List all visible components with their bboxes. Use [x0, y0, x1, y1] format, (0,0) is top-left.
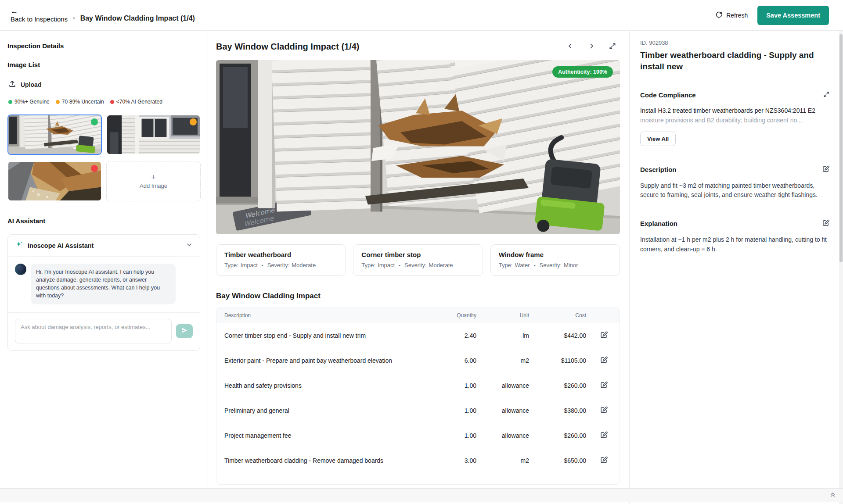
- status-dot-icon: [110, 100, 114, 104]
- damaged-cladding-photo: Welcome Welcome: [216, 60, 620, 234]
- thumbnail-image-1: [8, 115, 101, 154]
- edit-row-button[interactable]: [597, 405, 611, 416]
- row-description: Corner timber stop end - Supply and inst…: [216, 332, 430, 339]
- thumbnail-image-2: [107, 115, 200, 154]
- refresh-label: Refresh: [726, 12, 748, 19]
- edit-icon: [822, 219, 830, 228]
- row-unit: allowance: [478, 407, 531, 414]
- back-label: Back to Inspections: [11, 15, 68, 23]
- code-compliance-heading: Code Compliance: [640, 91, 696, 99]
- edit-description-button[interactable]: [821, 164, 831, 175]
- severity-value: Moderate: [292, 262, 316, 268]
- fullscreen-button[interactable]: [608, 41, 617, 52]
- edit-icon: [598, 356, 610, 365]
- send-button[interactable]: [176, 324, 193, 338]
- thumbnail-house-windows[interactable]: [106, 114, 201, 155]
- top-bar: ← Back to Inspections • Bay Window Cladd…: [0, 0, 843, 31]
- edit-icon: [822, 165, 830, 174]
- meta-dot: •: [534, 263, 536, 268]
- scrollbar-thumb[interactable]: [839, 34, 843, 262]
- damage-card[interactable]: Timber weatherboard Type: Impact • Sever…: [216, 244, 346, 276]
- assistant-welcome-message: Hi, I'm your Inoscope AI assistant. I ca…: [31, 264, 176, 304]
- page-title: Bay Window Cladding Impact (1/4): [80, 14, 195, 22]
- row-quantity: 6.00: [430, 357, 478, 364]
- type-value: Impact: [241, 262, 258, 268]
- damage-card[interactable]: Corner timber stop Type: Impact • Severi…: [353, 244, 483, 276]
- description-text: Supply and fit ~3 m2 of matching painted…: [640, 181, 831, 200]
- thumbnail-timber-interior[interactable]: [7, 161, 102, 201]
- row-quantity: 2.40: [430, 332, 478, 339]
- edit-row-button[interactable]: [597, 430, 611, 441]
- app-window: ← Back to Inspections • Bay Window Cladd…: [0, 0, 843, 504]
- edit-row-button[interactable]: [597, 330, 611, 341]
- edit-row-button[interactable]: [597, 355, 611, 366]
- edit-row-button[interactable]: [597, 455, 611, 466]
- collapse-panel-button[interactable]: [829, 490, 837, 500]
- save-assessment-button[interactable]: Save Assessment: [757, 6, 829, 25]
- severity-label: Severity:: [540, 262, 562, 268]
- row-unit: allowance: [478, 432, 531, 439]
- expand-icon: [609, 42, 616, 51]
- severity-value: Minor: [564, 262, 578, 268]
- record-title: Timber weatherboard cladding - Supply an…: [640, 50, 831, 72]
- table-body: Corner timber stop end - Supply and inst…: [216, 323, 620, 473]
- row-unit: allowance: [478, 382, 531, 389]
- legend-label: 70-89% Uncertain: [62, 99, 104, 105]
- row-cost: $650.00: [531, 457, 588, 464]
- table-row: Health and safety provisions 1.00 allowa…: [216, 373, 620, 398]
- code-compliance-text: Install H3.2 treated timber weatherboard…: [640, 106, 831, 125]
- row-quantity: 1.00: [430, 432, 478, 439]
- authenticity-badge: Authenticity: 100%: [552, 66, 613, 78]
- thumbnail-weatherboard-damage[interactable]: [7, 114, 102, 155]
- inspection-sidebar: Inspection Details Image List Upload 90%…: [0, 31, 208, 504]
- divider: [640, 209, 831, 209]
- code-compliance-expand-button[interactable]: [822, 90, 831, 100]
- damage-card[interactable]: Window frame Type: Water • Severity: Min…: [490, 244, 620, 276]
- ai-assistant-header[interactable]: Inoscope AI Assistant: [8, 235, 200, 257]
- send-icon: [181, 327, 188, 335]
- add-image-button[interactable]: + Add Image: [106, 161, 201, 201]
- next-image-button[interactable]: [587, 41, 596, 52]
- type-label: Type:: [499, 262, 513, 268]
- type-value: Impact: [378, 262, 395, 268]
- ai-assistant-heading: AI Assistant: [7, 217, 200, 225]
- previous-image-button[interactable]: [566, 41, 575, 52]
- inspection-photo[interactable]: Welcome Welcome: [216, 60, 620, 234]
- edit-row-button[interactable]: [597, 380, 611, 391]
- row-description: Health and safety provisions: [216, 382, 430, 389]
- authenticity-legend: 90%+ Genuine 70-89% Uncertain <70% AI Ge…: [8, 99, 200, 105]
- description-heading: Description: [640, 166, 677, 173]
- assistant-input-row: [8, 312, 200, 350]
- column-unit: Unit: [478, 312, 531, 318]
- explanation-text: Installation at ~1 h per m2 plus 2 h for…: [640, 235, 831, 254]
- damage-card-meta: Type: Water • Severity: Minor: [499, 262, 612, 268]
- panel-scrollbar[interactable]: [839, 31, 843, 504]
- refresh-button[interactable]: Refresh: [715, 11, 748, 20]
- upload-button[interactable]: Upload: [8, 80, 200, 89]
- legend-label: <70% AI Generated: [116, 99, 162, 105]
- severity-label: Severity:: [267, 262, 290, 268]
- view-all-button[interactable]: View All: [640, 132, 676, 146]
- explanation-heading: Explanation: [640, 220, 677, 227]
- back-to-inspections-link[interactable]: ← Back to Inspections: [11, 7, 68, 23]
- plus-icon: +: [151, 173, 156, 181]
- inspection-details-heading: Inspection Details: [7, 42, 200, 50]
- table-row: Project management fee 1.00 allowance $2…: [216, 423, 620, 448]
- edit-icon: [598, 381, 610, 390]
- ai-assistant-panel: Inoscope AI Assistant Hi, I'm your Inosc…: [7, 234, 200, 351]
- assistant-avatar: [15, 264, 26, 275]
- assistant-input[interactable]: [15, 319, 172, 343]
- column-quantity: Quantity: [430, 312, 478, 318]
- refresh-icon: [715, 11, 723, 20]
- table-row: Preliminary and general 1.00 allowance $…: [216, 398, 620, 423]
- ai-generated-dot-icon: [91, 165, 98, 172]
- legend-item: 90%+ Genuine: [8, 99, 50, 105]
- table-row: Exterior paint - Prepare and paint bay w…: [216, 348, 620, 373]
- edit-explanation-button[interactable]: [821, 218, 831, 229]
- back-arrow-icon: ←: [11, 7, 68, 15]
- divider: [640, 155, 831, 155]
- code-compliance-truncated: moisture provisions and B2 durability; b…: [640, 116, 831, 125]
- estimate-table: Description Quantity Unit Cost Corner ti…: [216, 307, 620, 485]
- row-unit: lm: [478, 332, 531, 339]
- breadcrumb-separator: •: [73, 15, 75, 21]
